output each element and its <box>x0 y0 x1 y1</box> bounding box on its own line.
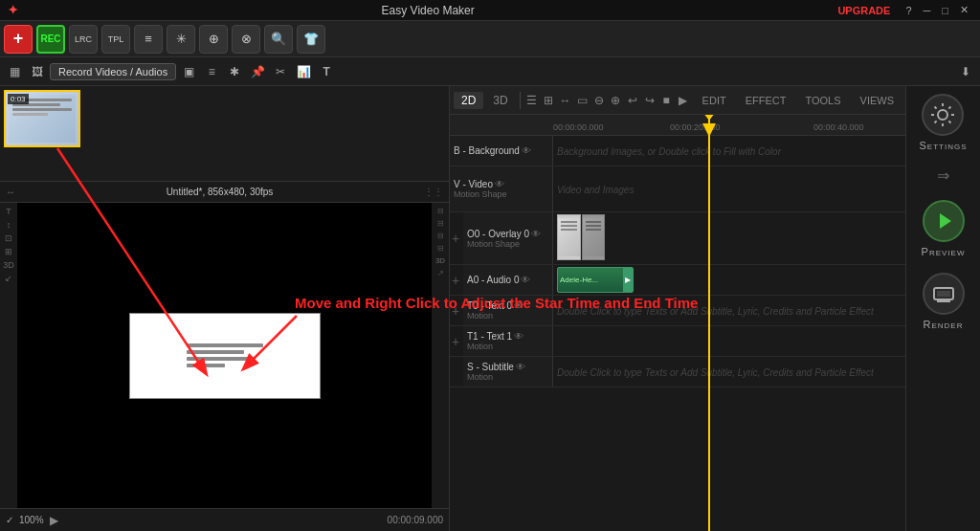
track-overlay0-content[interactable] <box>553 212 905 264</box>
list-button[interactable]: ≡ <box>134 25 163 54</box>
track-background-name: B - Background <box>454 145 520 156</box>
overlay-add-btn[interactable]: + <box>450 231 463 246</box>
media-thumbnail[interactable]: 0:03 <box>4 90 80 147</box>
circle-button[interactable]: ⊗ <box>232 25 260 54</box>
toolbar-main: + REC LRC TPL ≡ ✳ ⊕ ⊗ 🔍 👕 <box>0 21 980 57</box>
track-subtitle-name: S - Subtitle <box>467 362 514 372</box>
track-background-visibility[interactable]: 👁 <box>522 145 531 156</box>
redo-icon[interactable]: ↪ <box>642 91 657 110</box>
main-area: 0:03 ↔ Untitled*, 856x480, 30fps ⋮⋮ T ↕ … <box>0 86 980 531</box>
separator-1 <box>520 92 521 109</box>
grid-tl-icon[interactable]: ⊞ <box>541 91 556 110</box>
preview-canvas: T ↕ ⊡ ⊞ 3D ↙ <box>0 203 449 508</box>
scissor-icon[interactable]: ✂ <box>270 61 291 82</box>
text-overlay-icon[interactable]: T <box>6 207 11 216</box>
lrc-button[interactable]: LRC <box>69 25 98 54</box>
preview-title: Untitled*, 856x480, 30fps <box>167 187 274 197</box>
add-button[interactable]: + <box>4 25 33 54</box>
grid-button[interactable]: ⊕ <box>199 25 228 54</box>
settings-button[interactable]: Settings <box>919 94 967 151</box>
track-audio0-visibility[interactable]: 👁 <box>521 275 530 285</box>
tab-effect[interactable]: EFFECT <box>738 93 794 108</box>
download-icon[interactable]: ⬇ <box>955 61 976 82</box>
track-audio0-content[interactable]: Adele-He... ▶ <box>553 265 905 295</box>
track-text0-name: T0 - Text 0 <box>467 300 512 311</box>
search-button[interactable]: 🔍 <box>264 25 293 54</box>
preview-label: Preview <box>922 246 966 257</box>
track-text0-sub: Motion <box>467 311 548 321</box>
undo-icon[interactable]: ↩ <box>625 91 640 110</box>
3d-icon[interactable]: 3D <box>3 260 14 270</box>
preview-button[interactable]: Preview <box>922 200 966 257</box>
corner-icon[interactable]: ↙ <box>5 274 12 283</box>
app-logo: ✦ <box>8 3 18 17</box>
audio-clip[interactable]: Adele-He... ▶ <box>557 267 634 293</box>
snowflake-button[interactable]: ✳ <box>167 25 195 54</box>
track-text1-sub: Motion <box>467 342 548 351</box>
close-button[interactable]: ✕ <box>956 4 972 16</box>
zoom-out-icon[interactable]: ⊖ <box>591 91 607 110</box>
track-audio0: + A0 - Audio 0 👁 Adele-He... ▶ <box>450 265 905 296</box>
minimize-button[interactable]: ─ <box>920 5 935 16</box>
tab-edit[interactable]: EDIT <box>695 93 734 108</box>
mode-3d[interactable]: 3D <box>485 92 515 109</box>
audio-add-btn[interactable]: + <box>450 273 463 288</box>
track-subtitle: S - Subtitle 👁 Motion Double Click to ty… <box>450 357 905 387</box>
track-subtitle-content[interactable]: Double Click to type Texts or Add Subtit… <box>553 357 905 387</box>
shirt-button[interactable]: 👕 <box>297 25 325 54</box>
track-video-hint: Video and Images <box>557 184 634 194</box>
help-button[interactable]: ? <box>902 5 915 16</box>
track-overlay0-sub2: Shape <box>495 239 520 249</box>
maximize-button[interactable]: □ <box>938 5 952 16</box>
3d-right-icon: 3D <box>435 256 445 265</box>
track-video-label: V - Video 👁 Motion Shape <box>450 166 553 211</box>
arrow-icon[interactable]: ↕ <box>7 220 11 230</box>
track-overlay0-visibility[interactable]: 👁 <box>531 229 541 239</box>
track-video-visibility[interactable]: 👁 <box>495 179 504 189</box>
overlay-clip-2[interactable] <box>582 214 606 260</box>
bar-chart-icon[interactable]: 📊 <box>293 61 314 82</box>
text1-add-btn[interactable]: + <box>450 334 463 349</box>
mode-2d[interactable]: 2D <box>454 92 483 109</box>
play-icon[interactable]: ▶ <box>676 91 691 110</box>
zoom-level[interactable]: 100% <box>19 515 44 525</box>
overlay-clip-1[interactable] <box>557 214 581 260</box>
track-video: V - Video 👁 Motion Shape Video and Image… <box>450 166 905 212</box>
crop-icon[interactable]: ⊞ <box>5 247 12 256</box>
app-title: Easy Video Maker <box>382 4 475 17</box>
ruler-mark-2: 00:00:40.000 <box>813 122 864 132</box>
track-background-content[interactable]: Background Images, or Double click to Fi… <box>553 136 905 166</box>
tab-tools[interactable]: TOOLS <box>797 93 848 108</box>
track-text1-label: T1 - Text 1 👁 Motion <box>463 326 553 356</box>
slide-content <box>181 338 269 373</box>
track-subtitle-visibility[interactable]: 👁 <box>516 362 525 372</box>
zoom-in-icon[interactable]: ⊕ <box>609 91 624 110</box>
expand-icon[interactable]: ↔ <box>558 91 573 110</box>
track-video-content[interactable]: Video and Images <box>553 166 905 211</box>
stop-icon[interactable]: ■ <box>658 91 674 110</box>
track-audio0-label: A0 - Audio 0 👁 <box>463 265 553 295</box>
track-text1-visibility[interactable]: 👁 <box>514 331 523 342</box>
rec-button[interactable]: REC <box>36 25 65 54</box>
menu-icon[interactable]: ≡ <box>201 61 222 82</box>
rect-icon[interactable]: ▭ <box>574 91 590 110</box>
render-button[interactable]: Render <box>923 273 965 330</box>
screen-icon[interactable]: ▣ <box>178 61 199 82</box>
align-right-4: ⊟ <box>437 244 444 253</box>
upgrade-button[interactable]: UPGRADE <box>837 5 890 16</box>
text0-add-btn[interactable]: + <box>450 303 463 319</box>
tab-views[interactable]: VIEWS <box>853 93 902 108</box>
image-icon[interactable]: 🖼 <box>27 61 48 82</box>
track-text1-content[interactable] <box>553 326 905 356</box>
tpl-button[interactable]: TPL <box>101 25 130 54</box>
toolbar-secondary: ▦ 🖼 Record Videos / Audios ▣ ≡ ✱ 📌 ✂ 📊 T… <box>0 57 980 86</box>
play-preview-button[interactable]: ▶ <box>50 514 58 527</box>
track-text0-visibility[interactable]: 👁 <box>514 300 523 311</box>
grid-small-icon[interactable]: ▦ <box>4 61 25 82</box>
pin-icon[interactable]: 📌 <box>247 61 268 82</box>
tracks-icon[interactable]: ☰ <box>523 91 539 110</box>
frame-icon[interactable]: ⊡ <box>5 233 12 243</box>
star-icon[interactable]: ✱ <box>224 61 245 82</box>
track-text0-content[interactable]: Double Click to type Texts or Add Subtit… <box>553 296 905 325</box>
text-t-icon[interactable]: T <box>316 61 337 82</box>
